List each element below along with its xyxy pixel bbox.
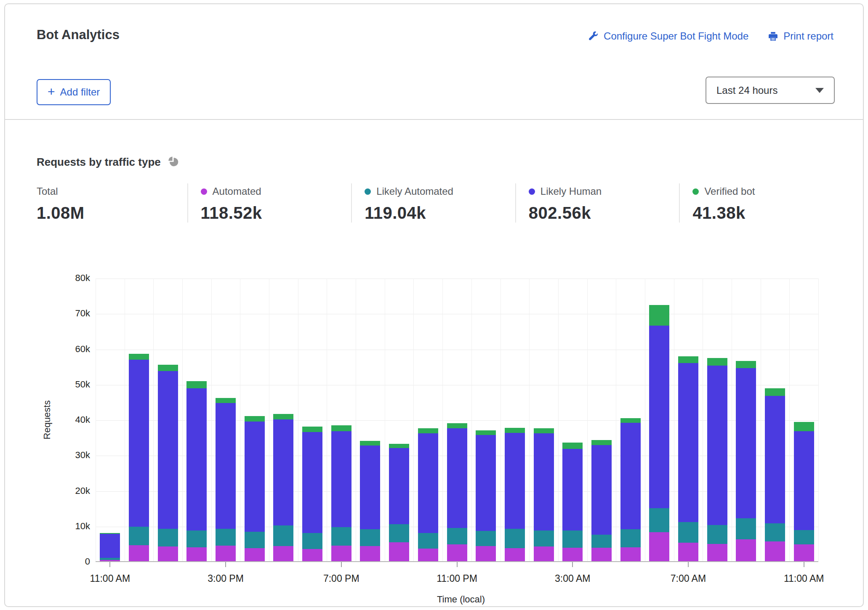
bar-segment-likely-human[interactable] <box>765 396 785 523</box>
bar-segment-automated[interactable] <box>302 549 322 561</box>
bar-segment-automated[interactable] <box>331 546 351 561</box>
bar-segment-likely-human[interactable] <box>331 431 351 527</box>
bar-segment-likely-human[interactable] <box>505 433 525 529</box>
bar-segment-likely-automated[interactable] <box>302 533 322 549</box>
bar-segment-likely-human[interactable] <box>534 433 554 530</box>
bar-segment-verified-bot[interactable] <box>418 428 438 433</box>
chart-bar-3-00-am[interactable] <box>562 443 583 561</box>
chart-bar-2-00-am[interactable] <box>534 428 554 561</box>
bar-segment-automated[interactable] <box>186 547 207 561</box>
bar-segment-likely-human[interactable] <box>707 366 727 525</box>
bar-segment-likely-automated[interactable] <box>591 535 612 548</box>
bar-segment-verified-bot[interactable] <box>273 414 293 419</box>
time-range-select[interactable]: Last 24 hours <box>706 77 835 104</box>
bar-segment-likely-human[interactable] <box>100 534 120 558</box>
bar-segment-verified-bot[interactable] <box>765 388 785 396</box>
bar-segment-likely-automated[interactable] <box>245 532 265 548</box>
bar-segment-likely-automated[interactable] <box>765 523 785 541</box>
chart-bar-6-00-am[interactable] <box>649 305 669 561</box>
chart-bar-4-00-am[interactable] <box>591 440 612 561</box>
bar-segment-likely-automated[interactable] <box>273 525 293 546</box>
bar-segment-likely-automated[interactable] <box>186 530 207 547</box>
bar-segment-likely-human[interactable] <box>678 363 698 522</box>
chart-bar-9-00-pm[interactable] <box>389 444 409 561</box>
bar-segment-likely-human[interactable] <box>736 368 756 518</box>
bar-segment-verified-bot[interactable] <box>649 305 669 326</box>
bar-segment-automated[interactable] <box>534 546 554 561</box>
bar-segment-likely-human[interactable] <box>273 419 293 525</box>
chart-bar-9-00-am[interactable] <box>736 361 756 561</box>
bar-segment-likely-automated[interactable] <box>418 533 438 548</box>
bar-segment-automated[interactable] <box>129 545 149 561</box>
chart-bar-11-00-am[interactable] <box>794 422 814 561</box>
bar-segment-verified-bot[interactable] <box>186 381 207 388</box>
bar-segment-verified-bot[interactable] <box>505 428 525 433</box>
bar-segment-automated[interactable] <box>678 543 698 561</box>
chart-bar-3-00-pm[interactable] <box>216 398 236 561</box>
chart-bar-8-00-am[interactable] <box>707 358 727 561</box>
bar-segment-verified-bot[interactable] <box>360 441 380 446</box>
bar-segment-likely-automated[interactable] <box>129 527 149 545</box>
bar-segment-likely-automated[interactable] <box>158 529 178 547</box>
bar-segment-automated[interactable] <box>591 548 612 561</box>
bar-segment-likely-automated[interactable] <box>476 531 496 546</box>
bar-segment-likely-automated[interactable] <box>736 518 756 539</box>
bar-segment-likely-human[interactable] <box>620 423 641 529</box>
bar-segment-likely-human[interactable] <box>794 431 814 530</box>
bar-segment-automated[interactable] <box>273 546 293 561</box>
bar-segment-automated[interactable] <box>649 532 669 561</box>
bar-segment-verified-bot[interactable] <box>331 425 351 431</box>
chart-bar-7-00-am[interactable] <box>678 356 698 561</box>
chart-bar-1-00-pm[interactable] <box>158 365 178 561</box>
bar-segment-automated[interactable] <box>389 542 409 561</box>
bar-segment-verified-bot[interactable] <box>534 428 554 433</box>
bar-segment-automated[interactable] <box>216 546 236 561</box>
add-filter-button[interactable]: + Add filter <box>37 79 111 105</box>
bar-segment-automated[interactable] <box>245 548 265 561</box>
bar-segment-automated[interactable] <box>707 544 727 561</box>
bar-segment-likely-automated[interactable] <box>505 529 525 548</box>
bar-segment-verified-bot[interactable] <box>620 418 641 423</box>
chart-bar-6-00-pm[interactable] <box>302 427 322 561</box>
bar-segment-verified-bot[interactable] <box>158 365 178 371</box>
bar-segment-likely-human[interactable] <box>476 435 496 530</box>
chart-bar-10-00-am[interactable] <box>765 388 785 561</box>
bar-segment-likely-human[interactable] <box>591 445 612 535</box>
bar-segment-likely-human[interactable] <box>245 422 265 532</box>
bar-segment-automated[interactable] <box>736 539 756 561</box>
bar-segment-verified-bot[interactable] <box>678 356 698 363</box>
bar-segment-likely-human[interactable] <box>158 371 178 528</box>
bar-segment-automated[interactable] <box>505 548 525 561</box>
bar-segment-likely-human[interactable] <box>418 433 438 533</box>
bar-segment-automated[interactable] <box>360 546 380 561</box>
bar-segment-likely-automated[interactable] <box>447 528 467 544</box>
bar-segment-verified-bot[interactable] <box>736 361 756 368</box>
bar-segment-automated[interactable] <box>476 546 496 561</box>
chart-bar-8-00-pm[interactable] <box>360 441 380 561</box>
bar-segment-likely-human[interactable] <box>129 360 149 527</box>
bar-segment-verified-bot[interactable] <box>447 423 467 428</box>
bar-segment-automated[interactable] <box>765 541 785 561</box>
bar-segment-automated[interactable] <box>620 547 641 561</box>
bar-segment-verified-bot[interactable] <box>302 427 322 432</box>
bar-segment-automated[interactable] <box>794 544 814 561</box>
bar-segment-likely-automated[interactable] <box>678 522 698 543</box>
bar-segment-verified-bot[interactable] <box>245 416 265 422</box>
bar-segment-verified-bot[interactable] <box>707 358 727 366</box>
bar-segment-automated[interactable] <box>447 544 467 561</box>
bar-segment-verified-bot[interactable] <box>216 398 236 403</box>
bar-segment-automated[interactable] <box>158 546 178 561</box>
chart-bar-12-00-am[interactable] <box>476 430 496 561</box>
bar-segment-verified-bot[interactable] <box>591 440 612 445</box>
bar-segment-likely-automated[interactable] <box>562 530 583 548</box>
bar-segment-verified-bot[interactable] <box>562 443 583 449</box>
print-report-link[interactable]: Print report <box>768 30 833 42</box>
bar-segment-verified-bot[interactable] <box>389 444 409 448</box>
configure-super-bot-fight-mode-link[interactable]: Configure Super Bot Fight Mode <box>588 30 748 42</box>
bar-segment-verified-bot[interactable] <box>794 422 814 431</box>
bar-segment-likely-automated[interactable] <box>534 530 554 546</box>
chart-bar-11-00-pm[interactable] <box>447 423 467 561</box>
bar-segment-likely-human[interactable] <box>389 448 409 524</box>
bar-segment-likely-automated[interactable] <box>331 527 351 546</box>
bar-segment-likely-human[interactable] <box>447 428 467 528</box>
